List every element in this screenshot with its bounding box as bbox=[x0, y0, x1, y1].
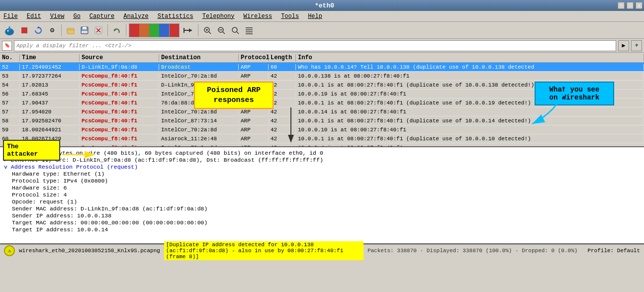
toolbar-reload-btn[interactable] bbox=[110, 24, 123, 37]
detail-line: Opcode: request (1) bbox=[12, 198, 640, 205]
table-row[interactable]: 6018.002671429PcsCompu_f8:40:f1Asiarock_… bbox=[0, 134, 644, 143]
detail-line[interactable]: v Address Resolution Protocol (request) bbox=[4, 164, 640, 170]
menuitem-statistics[interactable]: Statistics bbox=[156, 12, 195, 20]
toolbar-open-btn[interactable] bbox=[64, 24, 77, 37]
toolbar-zoomin-btn[interactable] bbox=[201, 24, 214, 37]
tb-sep1 bbox=[61, 24, 62, 36]
svg-point-2 bbox=[7, 30, 9, 31]
svg-line-21 bbox=[223, 32, 225, 34]
detail-line: Target IP address: 10.0.0.14 bbox=[12, 226, 640, 233]
titlebar: *eth0 ─ □ ✕ bbox=[0, 0, 644, 11]
menuitem-capture[interactable]: Capture bbox=[88, 12, 116, 20]
detail-line: Hardware size: 6 bbox=[12, 185, 640, 191]
toolbar-close-file-btn[interactable] bbox=[92, 24, 105, 37]
display-filter-input[interactable] bbox=[14, 40, 616, 51]
table-row[interactable]: 5918.002644921PcsCompu_f8:40:f1IntelCor_… bbox=[0, 125, 644, 134]
menuitem-telephony[interactable]: Telephony bbox=[201, 12, 236, 20]
toolbar-zoomreset-btn[interactable] bbox=[229, 24, 242, 37]
toolbar-stop-btn[interactable] bbox=[18, 24, 31, 37]
attacker-annotation: Theattacker bbox=[3, 140, 60, 161]
filter-apply-btn[interactable]: ▶ bbox=[618, 40, 629, 51]
svg-marker-14 bbox=[189, 28, 192, 32]
svg-rect-5 bbox=[67, 28, 74, 34]
detail-line: Sender IP address: 10.0.0.138 bbox=[12, 212, 640, 219]
toolbar-restart-btn[interactable] bbox=[32, 24, 45, 37]
toolbar-prefs-btn[interactable]: ⚙ bbox=[46, 24, 59, 37]
poisoned-arp-annotation: Poisoned ARP responses bbox=[194, 82, 274, 109]
packets-count: Packets: 338870 · Displayed: 338870 (100… bbox=[368, 248, 577, 254]
table-row[interactable]: 5317.972377264PcsCompu_f8:40:f1IntelCor_… bbox=[0, 72, 644, 81]
toolbar-color2-btn[interactable] bbox=[139, 24, 149, 37]
statusbar: ⚠ wireshark_eth0_20201003052150_Knlx9S.p… bbox=[0, 244, 644, 256]
detail-line: Sender MAC address: D-LinkIn_9f:0a:d8 (a… bbox=[12, 205, 640, 212]
toolbar-color3-btn[interactable] bbox=[149, 24, 159, 37]
table-row[interactable]: 5217.254991452D-LinkIn_9f:0a:d8Broadcast… bbox=[0, 63, 644, 72]
duplicate-warning: [Duplicate IP address detected for 10.0.… bbox=[164, 241, 364, 260]
toolbar: ⚙ bbox=[0, 22, 644, 39]
menuitem-help[interactable]: Help bbox=[306, 12, 324, 20]
toolbar-columns-btn[interactable] bbox=[243, 24, 256, 37]
detail-line: Protocol type: IPv4 (0x0800) bbox=[12, 178, 640, 184]
menubar: FileEditViewGoCaptureAnalyzeStatisticsTe… bbox=[0, 11, 644, 22]
toolbar-color5-btn[interactable] bbox=[169, 24, 179, 37]
filename-label: wireshark_eth0_20201003052150_Knlx9S.pca… bbox=[19, 248, 160, 254]
menuitem-wireless[interactable]: Wireless bbox=[242, 12, 274, 20]
table-row[interactable]: 5717.954020PcsCompu_f8:40:f1IntelCor_70:… bbox=[0, 107, 644, 116]
table-row[interactable]: 6118.012724302PcsCompu_f8:40:f1IntelCor_… bbox=[0, 143, 644, 146]
menuitem-view[interactable]: View bbox=[49, 12, 66, 20]
svg-rect-7 bbox=[83, 27, 87, 29]
detail-line[interactable]: > Frame 52: 60 bytes on wire (480 bits),… bbox=[4, 150, 640, 156]
detail-line: Protocol size: 4 bbox=[12, 192, 640, 198]
svg-rect-3 bbox=[21, 27, 27, 33]
menuitem-edit[interactable]: Edit bbox=[25, 12, 43, 20]
packet-list-area: Poisoned ARP responses What you see on W… bbox=[0, 53, 644, 147]
profile-label: Profile: Default bbox=[587, 248, 640, 254]
window-controls: ─ □ ✕ bbox=[618, 2, 643, 9]
window-title: *eth0 bbox=[31, 2, 618, 9]
toolbar-zoomout-btn[interactable] bbox=[215, 24, 228, 37]
svg-line-24 bbox=[237, 32, 239, 34]
svg-point-23 bbox=[232, 27, 237, 32]
filter-add-btn[interactable]: + bbox=[631, 40, 642, 51]
toolbar-color4-btn[interactable] bbox=[159, 24, 169, 37]
tb-sep4 bbox=[198, 24, 198, 36]
tb-sep3 bbox=[126, 24, 126, 36]
status-warning-icon: ⚠ bbox=[4, 245, 15, 256]
tb-sep2 bbox=[107, 24, 108, 36]
table-row[interactable]: 5817.992582470PcsCompu_f8:40:f1IntelCor_… bbox=[0, 116, 644, 125]
menuitem-analyze[interactable]: Analyze bbox=[122, 12, 150, 20]
svg-marker-1 bbox=[7, 26, 11, 30]
svg-rect-8 bbox=[82, 31, 88, 33]
detail-line[interactable]: > Ethernet II, Src: D-LinkIn_9f:0a:d8 (a… bbox=[4, 157, 640, 163]
menuitem-go[interactable]: Go bbox=[72, 12, 82, 20]
toolbar-color1-btn[interactable] bbox=[129, 24, 139, 37]
detail-pane: > Frame 52: 60 bytes on wire (480 bits),… bbox=[0, 147, 644, 244]
maximize-button[interactable]: □ bbox=[627, 2, 634, 9]
toolbar-save-btn[interactable] bbox=[78, 24, 91, 37]
column-headers: No. Time Source Destination Protocol Len… bbox=[0, 53, 644, 63]
close-button[interactable]: ✕ bbox=[636, 2, 643, 9]
filterbar: 🔖 ▶ + bbox=[0, 39, 644, 53]
toolbar-shark-btn[interactable] bbox=[2, 23, 17, 37]
menuitem-tools[interactable]: Tools bbox=[279, 12, 300, 20]
detail-line: Hardware type: Ethernet (1) bbox=[12, 171, 640, 177]
filter-bookmark-icon[interactable]: 🔖 bbox=[2, 41, 12, 51]
svg-line-17 bbox=[209, 32, 211, 34]
toolbar-mark-btn[interactable] bbox=[181, 24, 195, 37]
detail-line: Target MAC address: 00:00:00_00:00:00 (0… bbox=[12, 219, 640, 226]
menuitem-file[interactable]: File bbox=[2, 12, 19, 20]
wireshark-annotation: What you see on Wireshark bbox=[535, 82, 614, 105]
minimize-button[interactable]: ─ bbox=[618, 2, 625, 9]
